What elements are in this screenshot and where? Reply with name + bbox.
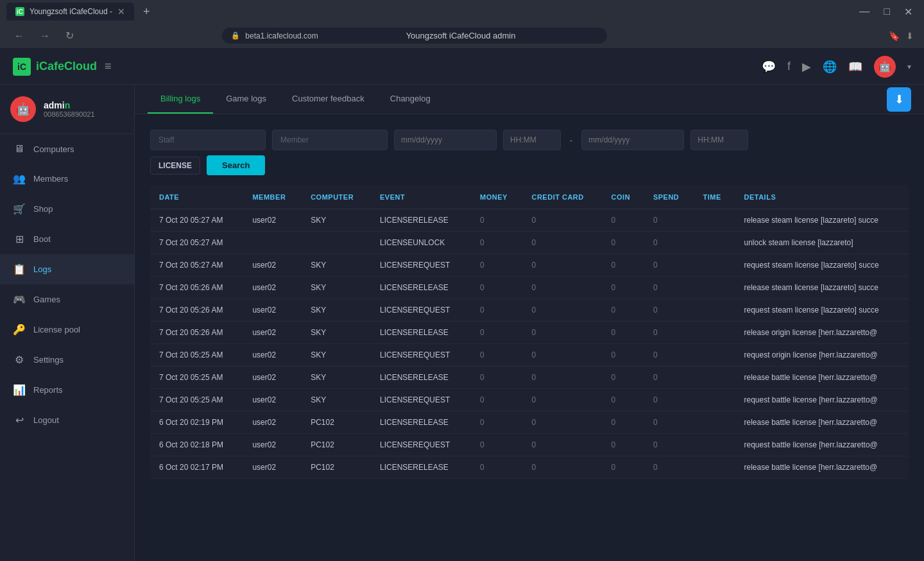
- table-cell: 0: [471, 367, 522, 389]
- table-row: 6 Oct 20 02:18 PMuser02PC102LICENSEREQUE…: [150, 434, 909, 456]
- book-icon[interactable]: 📖: [848, 60, 862, 74]
- browser-tab[interactable]: iC Youngzsoft iCafeCloud - ✕: [6, 3, 134, 21]
- browser-actions: 🔖 ⬇: [889, 31, 914, 41]
- table-cell: 0: [522, 254, 602, 277]
- refresh-button[interactable]: ↻: [62, 28, 78, 43]
- table-cell: [694, 254, 735, 277]
- table-cell: user02: [243, 389, 302, 411]
- table-body: 7 Oct 20 05:27 AMuser02SKYLICENSERELEASE…: [150, 209, 909, 479]
- table-cell: PC102: [302, 411, 371, 434]
- computers-icon: 🖥: [13, 143, 26, 155]
- table-cell: [694, 389, 735, 411]
- table-cell: 0: [522, 322, 602, 344]
- sidebar-label-boot: Boot: [33, 234, 51, 244]
- license-filter-badge: LICENSE: [150, 157, 200, 175]
- table-cell: 0: [644, 232, 694, 254]
- table-cell: release battle license [herr.lazzaretto@: [735, 411, 909, 434]
- sidebar-item-logs[interactable]: 📋 Logs: [0, 254, 134, 284]
- tab-close-btn[interactable]: ✕: [117, 6, 125, 17]
- license-pool-icon: 🔑: [13, 324, 26, 336]
- back-button[interactable]: ←: [10, 29, 28, 43]
- table-cell: [694, 344, 735, 367]
- username: admin: [44, 100, 95, 110]
- sidebar-item-settings[interactable]: ⚙ Settings: [0, 345, 134, 375]
- shop-icon: 🛒: [13, 203, 26, 215]
- sidebar-item-games[interactable]: 🎮 Games: [0, 284, 134, 315]
- download-button[interactable]: ⬇: [887, 87, 911, 112]
- table-cell: 0: [644, 389, 694, 411]
- table-cell: 0: [522, 299, 602, 322]
- maximize-btn[interactable]: □: [878, 4, 895, 19]
- sidebar-item-members[interactable]: 👥 Members: [0, 164, 134, 194]
- table-cell: 0: [644, 322, 694, 344]
- table-cell: 0: [603, 434, 644, 456]
- discord-icon[interactable]: 💬: [762, 60, 776, 74]
- end-time-input[interactable]: [690, 130, 748, 150]
- table-cell: 0: [522, 411, 602, 434]
- start-date-input[interactable]: [394, 130, 497, 150]
- table-cell: 0: [471, 299, 522, 322]
- table-cell: 0: [644, 434, 694, 456]
- table-cell: request battle license [herr.lazzaretto@: [735, 389, 909, 411]
- start-time-input[interactable]: [503, 130, 561, 150]
- table-cell: request steam license [lazzareto] succe: [735, 254, 909, 277]
- bookmark-icon[interactable]: 🔖: [889, 31, 900, 41]
- header-dropdown-arrow[interactable]: ▾: [907, 62, 911, 71]
- tab-changelog[interactable]: Changelog: [377, 85, 443, 114]
- logs-table: DATE MEMBER COMPUTER EVENT MONEY CREDIT …: [150, 186, 909, 479]
- sidebar-item-reports[interactable]: 📊 Reports: [0, 375, 134, 405]
- download-icon[interactable]: ⬇: [906, 31, 914, 41]
- forward-button[interactable]: →: [36, 29, 54, 43]
- table-cell: release origin license [herr.lazzaretto@: [735, 322, 909, 344]
- table-cell: user02: [243, 367, 302, 389]
- logo-icon: iC: [13, 58, 31, 76]
- table-cell: user02: [243, 344, 302, 367]
- table-cell: user02: [243, 299, 302, 322]
- table-cell: 0: [644, 209, 694, 232]
- hamburger-menu[interactable]: ≡: [105, 60, 112, 73]
- search-button[interactable]: Search: [207, 155, 265, 175]
- tab-action-area: ⬇: [887, 87, 911, 112]
- table-cell: 0: [644, 299, 694, 322]
- table-cell: request battle license [herr.lazzaretto@: [735, 434, 909, 456]
- url-text: beta1.icafecloud.com: [245, 31, 318, 40]
- table-cell: 0: [603, 277, 644, 299]
- end-date-input[interactable]: [581, 130, 684, 150]
- header-avatar[interactable]: 🤖: [874, 56, 896, 78]
- sidebar-item-computers[interactable]: 🖥 Computers: [0, 134, 134, 164]
- table-cell: LICENSERELEASE: [371, 367, 471, 389]
- table-cell: 0: [603, 456, 644, 479]
- tab-game-logs[interactable]: Game logs: [213, 85, 279, 114]
- minimize-btn[interactable]: —: [854, 4, 875, 19]
- sidebar-item-shop[interactable]: 🛒 Shop: [0, 194, 134, 224]
- tab-customer-feedback[interactable]: Customer feedback: [279, 85, 377, 114]
- page-title: Youngzsoft iCafeCloud admin: [323, 31, 599, 40]
- sidebar-label-logout: Logout: [33, 415, 59, 425]
- table-cell: 7 Oct 20 05:27 AM: [150, 209, 243, 232]
- sidebar-item-boot[interactable]: ⊞ Boot: [0, 224, 134, 254]
- globe-icon[interactable]: 🌐: [823, 60, 837, 74]
- table-cell: LICENSEREQUEST: [371, 254, 471, 277]
- boot-icon: ⊞: [13, 233, 26, 245]
- sidebar-item-logout[interactable]: ↩ Logout: [0, 405, 134, 435]
- close-btn[interactable]: ✕: [899, 4, 918, 19]
- tab-billing-logs[interactable]: Billing logs: [148, 85, 213, 114]
- url-bar[interactable]: 🔒 beta1.icafecloud.com Youngzsoft iCafeC…: [222, 28, 607, 44]
- staff-input[interactable]: [150, 130, 266, 150]
- table-cell: 0: [471, 434, 522, 456]
- youtube-icon[interactable]: ▶: [802, 60, 811, 74]
- table-cell: 0: [644, 411, 694, 434]
- table-cell: 0: [522, 232, 602, 254]
- table-cell: 7 Oct 20 05:25 AM: [150, 389, 243, 411]
- facebook-icon[interactable]: f: [787, 60, 791, 73]
- logs-icon: 📋: [13, 263, 26, 275]
- col-money: MONEY: [471, 186, 522, 209]
- table-cell: 7 Oct 20 05:27 AM: [150, 232, 243, 254]
- table-cell: 0: [644, 254, 694, 277]
- new-tab-button[interactable]: +: [139, 5, 154, 19]
- member-input[interactable]: [272, 130, 388, 150]
- table-cell: 0: [471, 277, 522, 299]
- table-cell: PC102: [302, 456, 371, 479]
- table-cell: 7 Oct 20 05:26 AM: [150, 277, 243, 299]
- sidebar-item-license-pool[interactable]: 🔑 License pool: [0, 315, 134, 345]
